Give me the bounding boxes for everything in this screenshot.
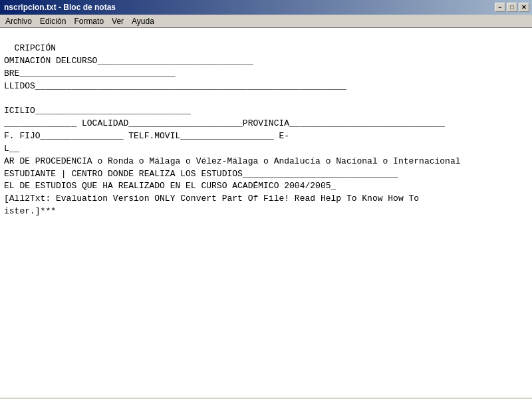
menu-ayuda[interactable]: Ayuda xyxy=(128,15,158,27)
title-bar: nscripcion.txt - Bloc de notas − □ ✕ xyxy=(0,0,532,15)
menu-formato[interactable]: Formato xyxy=(70,15,108,27)
menu-archivo[interactable]: Archivo xyxy=(1,15,36,27)
title-bar-text: nscripcion.txt - Bloc de notas xyxy=(3,3,116,12)
menu-edicion[interactable]: Edición xyxy=(36,15,70,27)
menu-ver[interactable]: Ver xyxy=(108,15,128,27)
maximize-button[interactable]: □ xyxy=(507,3,517,12)
text-content: CRIPCIÓN OMINACIÓN DELCURSO_____________… xyxy=(4,43,461,216)
text-area[interactable]: CRIPCIÓN OMINACIÓN DELCURSO_____________… xyxy=(0,28,532,398)
title-bar-buttons: − □ ✕ xyxy=(495,3,529,12)
minimize-button[interactable]: − xyxy=(495,3,505,12)
close-button[interactable]: ✕ xyxy=(519,3,529,12)
menu-bar: Archivo Edición Formato Ver Ayuda xyxy=(0,15,532,28)
